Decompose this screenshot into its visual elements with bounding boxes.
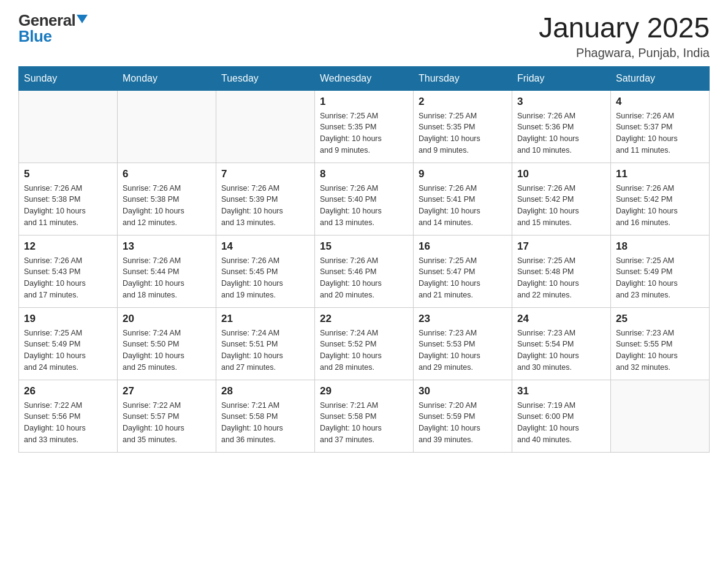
calendar-cell: 19Sunrise: 7:25 AM Sunset: 5:49 PM Dayli… [19,307,118,380]
month-year-title: January 2025 [539,12,710,44]
calendar-cell: 5Sunrise: 7:26 AM Sunset: 5:38 PM Daylig… [19,163,118,235]
calendar-cell [118,90,216,163]
day-info: Sunrise: 7:25 AM Sunset: 5:47 PM Dayligh… [419,255,507,301]
day-number: 14 [221,240,309,253]
day-info: Sunrise: 7:26 AM Sunset: 5:39 PM Dayligh… [221,183,309,229]
column-header-thursday: Thursday [414,66,512,90]
day-number: 8 [320,168,408,180]
calendar-cell: 1Sunrise: 7:25 AM Sunset: 5:35 PM Daylig… [315,90,414,163]
calendar-cell: 7Sunrise: 7:26 AM Sunset: 5:39 PM Daylig… [216,163,315,235]
calendar-cell: 14Sunrise: 7:26 AM Sunset: 5:45 PM Dayli… [216,235,315,307]
calendar-cell: 3Sunrise: 7:26 AM Sunset: 5:36 PM Daylig… [512,90,611,163]
calendar-header-row: SundayMondayTuesdayWednesdayThursdayFrid… [19,66,710,90]
title-section: January 2025 Phagwara, Punjab, India [539,12,710,60]
calendar-cell: 9Sunrise: 7:26 AM Sunset: 5:41 PM Daylig… [414,163,512,235]
day-info: Sunrise: 7:22 AM Sunset: 5:57 PM Dayligh… [123,400,211,446]
day-number: 31 [517,385,605,397]
calendar-cell [611,380,710,452]
day-info: Sunrise: 7:25 AM Sunset: 5:35 PM Dayligh… [419,110,507,156]
calendar-cell: 12Sunrise: 7:26 AM Sunset: 5:43 PM Dayli… [19,235,118,307]
column-header-tuesday: Tuesday [216,66,315,90]
day-number: 1 [320,96,408,108]
logo-general-text: General [18,12,75,28]
calendar-cell: 29Sunrise: 7:21 AM Sunset: 5:58 PM Dayli… [315,380,414,452]
day-number: 20 [123,313,211,325]
calendar-cell: 21Sunrise: 7:24 AM Sunset: 5:51 PM Dayli… [216,307,315,380]
calendar-cell: 23Sunrise: 7:23 AM Sunset: 5:53 PM Dayli… [414,307,512,380]
day-number: 19 [24,313,112,325]
day-number: 30 [419,385,507,397]
day-number: 2 [419,96,507,108]
column-header-monday: Monday [118,66,216,90]
day-number: 10 [517,168,605,180]
day-number: 24 [517,313,605,325]
day-number: 13 [123,240,211,253]
calendar-cell: 27Sunrise: 7:22 AM Sunset: 5:57 PM Dayli… [118,380,216,452]
day-number: 18 [616,240,704,253]
location-text: Phagwara, Punjab, India [539,46,710,60]
calendar-cell [19,90,118,163]
page-header: General Blue January 2025 Phagwara, Punj… [18,12,710,60]
day-number: 21 [221,313,309,325]
day-info: Sunrise: 7:25 AM Sunset: 5:35 PM Dayligh… [320,110,408,156]
calendar-table: SundayMondayTuesdayWednesdayThursdayFrid… [18,66,710,453]
day-number: 4 [616,96,704,108]
day-info: Sunrise: 7:24 AM Sunset: 5:52 PM Dayligh… [320,327,408,373]
week-row-3: 12Sunrise: 7:26 AM Sunset: 5:43 PM Dayli… [19,235,710,307]
week-row-1: 1Sunrise: 7:25 AM Sunset: 5:35 PM Daylig… [19,90,710,163]
day-number: 12 [24,240,112,253]
logo: General Blue [18,12,88,44]
calendar-cell: 11Sunrise: 7:26 AM Sunset: 5:42 PM Dayli… [611,163,710,235]
day-info: Sunrise: 7:24 AM Sunset: 5:50 PM Dayligh… [123,327,211,373]
day-info: Sunrise: 7:24 AM Sunset: 5:51 PM Dayligh… [221,327,309,373]
day-number: 22 [320,313,408,325]
week-row-4: 19Sunrise: 7:25 AM Sunset: 5:49 PM Dayli… [19,307,710,380]
calendar-cell: 10Sunrise: 7:26 AM Sunset: 5:42 PM Dayli… [512,163,611,235]
day-number: 27 [123,385,211,397]
day-info: Sunrise: 7:23 AM Sunset: 5:55 PM Dayligh… [616,327,704,373]
calendar-cell: 20Sunrise: 7:24 AM Sunset: 5:50 PM Dayli… [118,307,216,380]
column-header-saturday: Saturday [611,66,710,90]
calendar-cell: 26Sunrise: 7:22 AM Sunset: 5:56 PM Dayli… [19,380,118,452]
day-info: Sunrise: 7:22 AM Sunset: 5:56 PM Dayligh… [24,400,112,446]
calendar-cell: 25Sunrise: 7:23 AM Sunset: 5:55 PM Dayli… [611,307,710,380]
day-info: Sunrise: 7:19 AM Sunset: 6:00 PM Dayligh… [517,400,605,446]
day-info: Sunrise: 7:26 AM Sunset: 5:38 PM Dayligh… [123,183,211,229]
day-info: Sunrise: 7:26 AM Sunset: 5:37 PM Dayligh… [616,110,704,156]
calendar-cell: 31Sunrise: 7:19 AM Sunset: 6:00 PM Dayli… [512,380,611,452]
day-number: 9 [419,168,507,180]
day-info: Sunrise: 7:26 AM Sunset: 5:46 PM Dayligh… [320,255,408,301]
day-number: 3 [517,96,605,108]
calendar-cell: 24Sunrise: 7:23 AM Sunset: 5:54 PM Dayli… [512,307,611,380]
day-info: Sunrise: 7:20 AM Sunset: 5:59 PM Dayligh… [419,400,507,446]
day-info: Sunrise: 7:23 AM Sunset: 5:53 PM Dayligh… [419,327,507,373]
day-number: 6 [123,168,211,180]
day-number: 23 [419,313,507,325]
calendar-cell: 30Sunrise: 7:20 AM Sunset: 5:59 PM Dayli… [414,380,512,452]
day-info: Sunrise: 7:21 AM Sunset: 5:58 PM Dayligh… [320,400,408,446]
day-number: 26 [24,385,112,397]
calendar-cell: 8Sunrise: 7:26 AM Sunset: 5:40 PM Daylig… [315,163,414,235]
week-row-2: 5Sunrise: 7:26 AM Sunset: 5:38 PM Daylig… [19,163,710,235]
logo-blue-text: Blue [18,28,88,44]
calendar-cell: 16Sunrise: 7:25 AM Sunset: 5:47 PM Dayli… [414,235,512,307]
day-info: Sunrise: 7:25 AM Sunset: 5:49 PM Dayligh… [24,327,112,373]
day-number: 15 [320,240,408,253]
calendar-cell: 6Sunrise: 7:26 AM Sunset: 5:38 PM Daylig… [118,163,216,235]
day-number: 7 [221,168,309,180]
day-info: Sunrise: 7:26 AM Sunset: 5:41 PM Dayligh… [419,183,507,229]
day-number: 11 [616,168,704,180]
calendar-cell: 2Sunrise: 7:25 AM Sunset: 5:35 PM Daylig… [414,90,512,163]
calendar-cell [216,90,315,163]
day-number: 16 [419,240,507,253]
day-info: Sunrise: 7:26 AM Sunset: 5:45 PM Dayligh… [221,255,309,301]
calendar-cell: 18Sunrise: 7:25 AM Sunset: 5:49 PM Dayli… [611,235,710,307]
day-number: 17 [517,240,605,253]
day-info: Sunrise: 7:26 AM Sunset: 5:44 PM Dayligh… [123,255,211,301]
day-number: 25 [616,313,704,325]
day-info: Sunrise: 7:26 AM Sunset: 5:43 PM Dayligh… [24,255,112,301]
column-header-wednesday: Wednesday [315,66,414,90]
column-header-sunday: Sunday [19,66,118,90]
week-row-5: 26Sunrise: 7:22 AM Sunset: 5:56 PM Dayli… [19,380,710,452]
day-info: Sunrise: 7:26 AM Sunset: 5:38 PM Dayligh… [24,183,112,229]
